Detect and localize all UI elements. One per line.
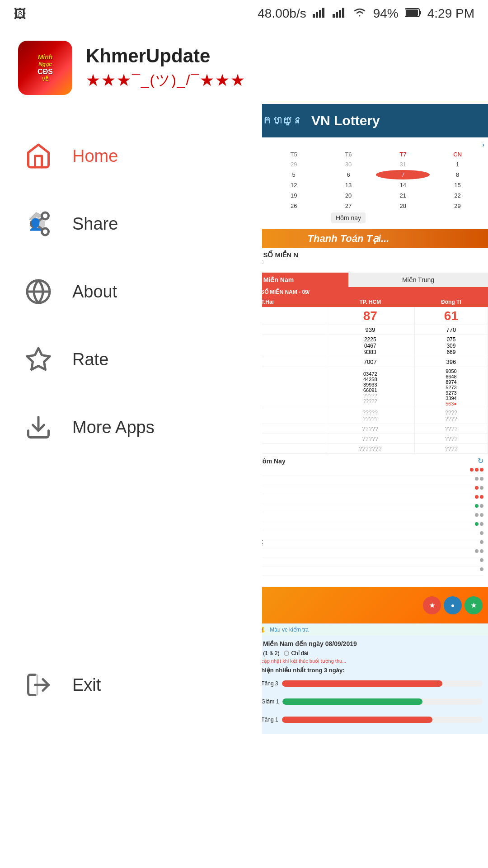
cal-day[interactable]: 31 <box>376 160 430 169</box>
exit-icon <box>23 669 54 701</box>
col-header: Đông Tl <box>414 297 488 307</box>
svg-rect-5 <box>336 12 338 18</box>
mau-ve-link[interactable]: Màu ve kiểm tra <box>270 627 309 633</box>
wifi-icon <box>352 6 367 21</box>
stat-option-3[interactable]: Chỉ đài <box>284 650 308 656</box>
svg-rect-2 <box>319 10 321 18</box>
cal-header-weekend: T7 <box>376 150 430 159</box>
freq-bar <box>282 698 422 705</box>
prize-value: ?????????? <box>326 408 414 424</box>
cal-header: T5 <box>267 150 321 159</box>
app-logo: Minh Ngọc CĐS VẼ <box>18 41 72 95</box>
today-button[interactable]: Hôm nay <box>331 212 366 223</box>
freq-change: Giảm 1 <box>261 698 279 705</box>
cal-day[interactable]: 6 <box>322 170 375 179</box>
cal-day[interactable]: 26 <box>267 201 321 211</box>
lottery-balls: ★ ● ★ <box>423 596 483 614</box>
xoso-dots <box>470 468 483 475</box>
app-name: KhmerUpdate <box>86 45 246 67</box>
cal-day[interactable]: 30 <box>322 160 375 169</box>
prize-value: 87 <box>326 307 414 325</box>
prize-value: ????? <box>326 424 414 434</box>
app-header: Minh Ngọc CĐS VẼ KhmerUpdate ★★★¯_(ツ)_/¯… <box>0 27 488 104</box>
sidebar-item-about[interactable]: About <box>0 258 262 326</box>
globe-icon <box>23 276 54 307</box>
prize-value: 939 <box>326 325 414 335</box>
svg-rect-7 <box>342 8 344 18</box>
freq-bar-container <box>282 698 483 705</box>
sidebar-item-exit[interactable]: Exit <box>0 651 262 719</box>
svg-rect-3 <box>322 8 324 18</box>
freq-bar-container <box>282 717 483 723</box>
xoso-dots <box>475 549 483 556</box>
cal-day[interactable]: 21 <box>376 191 430 200</box>
banner-text: Thanh Toán Tại... <box>308 233 389 244</box>
prize-value: ???? <box>414 444 488 454</box>
about-label: About <box>72 282 117 302</box>
cal-day[interactable]: 22 <box>431 191 484 200</box>
freq-bar <box>282 680 442 687</box>
cal-day[interactable]: 15 <box>431 180 484 190</box>
cal-day[interactable]: 13 <box>322 180 375 190</box>
cal-day[interactable]: 14 <box>376 180 430 190</box>
time-display: 4:29 PM <box>427 6 474 21</box>
status-bar: 🖼 48.00b/s 94% <box>0 0 488 27</box>
xoso-refresh[interactable]: ↻ <box>478 457 483 465</box>
svg-marker-19 <box>27 348 50 370</box>
home-label: Home <box>72 146 118 166</box>
app-subtitle: ★★★¯_(ツ)_/¯★★★ <box>86 71 246 90</box>
speed-indicator: 48.00b/s <box>258 6 306 21</box>
cal-day[interactable]: 1 <box>431 160 484 169</box>
prize-value: ???????? <box>414 408 488 424</box>
cal-day[interactable]: 27 <box>322 201 375 211</box>
vn-title-english: VN Lottery <box>311 113 380 128</box>
svg-rect-0 <box>313 14 315 18</box>
svg-rect-10 <box>406 9 418 16</box>
rate-label: Rate <box>72 350 108 369</box>
main-content: Home 👤 Share <box>0 104 488 737</box>
xoso-dots <box>480 558 483 565</box>
option-label: Chỉ đài <box>291 650 308 656</box>
freq-change: Tăng 1 <box>261 717 278 723</box>
xoso-dots <box>475 522 483 529</box>
lottery-ball: ★ <box>423 596 441 614</box>
sidebar-item-home[interactable]: Home <box>0 122 262 190</box>
app-title-area: KhmerUpdate ★★★¯_(ツ)_/¯★★★ <box>86 45 246 90</box>
logo-text: Minh Ngọc CĐS VẼ <box>38 53 53 82</box>
calendar-nav[interactable]: › <box>482 141 484 148</box>
svg-point-13 <box>42 228 49 235</box>
radio-unselected <box>284 651 289 656</box>
cal-day[interactable]: 19 <box>267 191 321 200</box>
cal-header-sun: CN <box>431 150 484 159</box>
sidebar-item-share[interactable]: 👤 Share <box>0 190 262 258</box>
freq-change: Tăng 3 <box>261 680 278 687</box>
battery-percent: 94% <box>373 6 399 21</box>
cal-day[interactable]: 8 <box>431 170 484 179</box>
prize-value: 075309669 <box>414 335 488 357</box>
cal-day[interactable]: 28 <box>376 201 430 211</box>
lottery-ball: ● <box>444 596 462 614</box>
xoso-dots <box>475 504 483 511</box>
photo-icon: 🖼 <box>14 6 26 21</box>
svg-rect-4 <box>333 14 335 18</box>
cal-day-today[interactable]: 7 <box>376 170 430 179</box>
status-info: 48.00b/s 94% <box>258 6 474 21</box>
sidebar-item-rate[interactable]: Rate <box>0 326 262 393</box>
cal-day[interactable]: 29 <box>431 201 484 211</box>
signal2-icon <box>333 6 346 21</box>
home-icon <box>23 140 54 172</box>
cal-day[interactable]: 29 <box>267 160 321 169</box>
prize-value: 03472442583993366091?????????? <box>326 367 414 408</box>
cal-day[interactable]: 5 <box>267 170 321 179</box>
share-icon: 👤 <box>23 208 54 240</box>
prize-value: 61 <box>414 307 488 325</box>
prize-value: 770 <box>414 325 488 335</box>
xoso-dots <box>480 567 483 574</box>
svg-rect-1 <box>316 12 318 18</box>
download-icon <box>23 411 54 443</box>
cal-day[interactable]: 20 <box>322 191 375 200</box>
freq-bar <box>282 717 432 723</box>
sidebar-item-more-apps[interactable]: More Apps <box>0 393 262 461</box>
tab-mien-trung[interactable]: Miền Trung <box>348 273 488 287</box>
cal-day[interactable]: 12 <box>267 180 321 190</box>
